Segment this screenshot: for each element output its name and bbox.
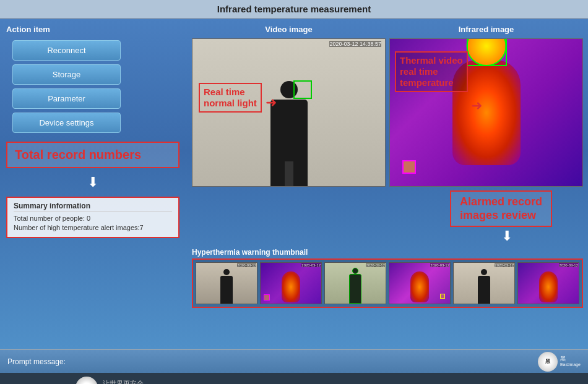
face-box-indicator — [293, 80, 312, 99]
total-record-label: Total record numbers — [15, 148, 141, 161]
thumbnail-section: Hyperthermia warning thumbnail 2020-03-1… — [192, 248, 583, 344]
thumb-3[interactable]: 2020-03-12 — [324, 262, 386, 304]
thumb-5-person — [478, 276, 490, 304]
infrared-image-label: Infrared image — [459, 25, 514, 34]
thumb-3-ts: 2020-03-12 — [366, 263, 385, 267]
normal-video-frame: 2020-03-12 14:38:57 Real timenormal ligh… — [192, 38, 386, 187]
thumb-1[interactable]: 2020-03-12 — [196, 262, 257, 304]
device-settings-button[interactable]: Device settings — [12, 113, 121, 133]
total-record-box: Total record numbers — [6, 142, 179, 168]
left-panel: Action item Reconnect Storage Parameter … — [0, 19, 192, 349]
thumb-5[interactable]: 2020-03-12 — [453, 262, 515, 304]
thermal-arrow-right: ➜ — [471, 98, 482, 114]
footer-brand-line1: 让世界更安全 — [103, 379, 158, 384]
alarm-label: Alarmed recordimages review — [460, 195, 542, 221]
summary-row-alerts: Number of high temperature alert images:… — [14, 224, 172, 231]
thumb-6[interactable]: 2020-03-12 — [517, 262, 579, 304]
thumb-1-person — [220, 276, 233, 304]
thumb-4[interactable]: 2020-03-12 — [389, 262, 451, 304]
action-item-label: Action item — [6, 25, 186, 34]
thumb-1-ts: 2020-03-12 — [237, 263, 256, 267]
total-record-arrow: ⬇ — [6, 174, 179, 190]
video-section: 2020-03-12 14:38:57 Real timenormal ligh… — [192, 38, 583, 187]
prompt-bar: Prompt message: 黑 黑 Eastimage — [0, 349, 588, 373]
thumb-6-ts: 2020-03-12 — [559, 263, 578, 267]
footer: 让世界更安全 Building A Safer World web:www.ea… — [0, 373, 588, 384]
logo-text: 黑 Eastimage — [560, 356, 581, 367]
thumb-2-sq — [264, 294, 270, 301]
parameter-button[interactable]: Parameter — [12, 88, 121, 109]
thermal-label: Thermal videoreal timetemperature — [400, 55, 463, 88]
thumb-6-person — [539, 271, 558, 302]
thermal-small-square — [402, 160, 416, 174]
real-normal-label: Real timenormal light — [204, 87, 257, 108]
thermal-face-box — [467, 38, 507, 66]
alarm-section: Alarmed recordimages review ⬇ — [192, 190, 583, 244]
thermal-video-block: 2020-03-12 14:38:57 35.8℃ — [389, 38, 583, 187]
thumb-2-person — [282, 271, 300, 302]
prompt-label: Prompt message: — [7, 357, 66, 366]
thumb-2[interactable]: 2020-03-12 — [260, 262, 322, 304]
normal-video-block: 2020-03-12 14:38:57 Real timenormal ligh… — [192, 38, 386, 187]
footer-logo-circle — [76, 377, 98, 384]
thumb-2-ts: 2020-03-12 — [301, 263, 321, 267]
video-image-label: Video image — [265, 25, 312, 34]
summary-title: Summary information — [14, 202, 172, 212]
alarm-arrow-down: ⬇ — [501, 228, 512, 244]
main-content: Action item Reconnect Storage Parameter … — [0, 19, 588, 349]
footer-logo-area: 让世界更安全 Building A Safer World — [76, 377, 158, 384]
thumbnails-row: 2020-03-12 2020-03-12 2020-03-12 — [192, 258, 583, 308]
thumb-5-ts: 2020-03-12 — [495, 263, 514, 267]
right-panel: Video image Infrared image 2020-03-12 14… — [192, 19, 588, 349]
thumb-4-sq — [440, 294, 445, 299]
footer-brand: 让世界更安全 Building A Safer World — [103, 379, 158, 384]
thumb-3-person — [349, 274, 361, 304]
summary-row-people: Total number of people: 0 — [14, 215, 172, 222]
alarm-box: Alarmed recordimages review — [450, 190, 552, 227]
logo-area: 黑 黑 Eastimage — [538, 352, 581, 372]
thermal-label-box: Thermal videoreal timetemperature — [395, 51, 468, 92]
summary-box: Summary information Total number of peop… — [6, 197, 179, 238]
thumb-4-ts: 2020-03-12 — [430, 263, 449, 267]
thermal-video-frame: 2020-03-12 14:38:57 35.8℃ — [389, 38, 583, 187]
storage-button[interactable]: Storage — [12, 64, 121, 85]
title-bar: Infrared temperature measurement — [0, 0, 588, 19]
app-title: Infrared temperature measurement — [217, 4, 371, 14]
thumbnail-label: Hyperthermia warning thumbnail — [192, 248, 583, 257]
reconnect-button[interactable]: Reconnect — [12, 40, 121, 61]
normal-arrow-right: ➜ — [266, 95, 277, 111]
real-normal-label-box: Real timenormal light — [199, 83, 262, 113]
thumb-4-person — [410, 271, 429, 302]
